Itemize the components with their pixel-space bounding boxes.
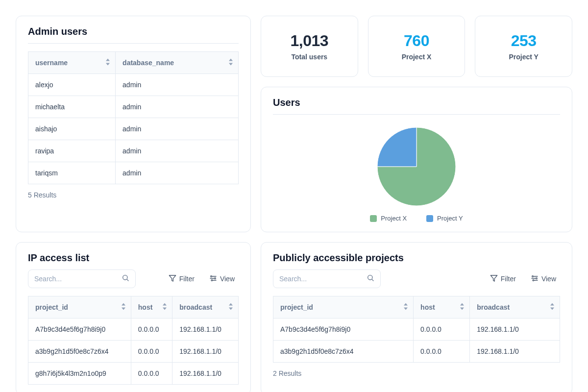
cell-host: 0.0.0.0 — [131, 318, 172, 341]
cell-database-name: admin — [116, 118, 239, 140]
col-project-id[interactable]: project_id — [28, 296, 131, 318]
search-icon — [122, 274, 129, 284]
public-view-button[interactable]: View — [527, 271, 560, 287]
stat-total-users: 1,013 Total users — [261, 16, 358, 77]
ip-filter-button[interactable]: Filter — [165, 271, 198, 287]
svg-point-15 — [532, 275, 534, 277]
ip-access-table: project_id host broadcast A7b9c3d4e5f6g7 — [28, 296, 239, 385]
public-filter-label: Filter — [501, 275, 516, 283]
ip-access-title: IP access list — [28, 252, 239, 264]
table-row[interactable]: alexjo admin — [28, 74, 239, 96]
col-project-id[interactable]: project_id — [273, 296, 414, 318]
public-search-input[interactable] — [279, 275, 367, 283]
col-broadcast[interactable]: broadcast — [470, 296, 560, 318]
public-projects-card: Publicly accessible projects Filter View — [261, 242, 572, 392]
divider — [28, 43, 239, 44]
cell-database-name: admin — [116, 140, 239, 162]
cell-broadcast: 192.168.1.1/0 — [172, 318, 239, 341]
sliders-icon — [209, 274, 217, 284]
col-username[interactable]: username — [28, 52, 116, 74]
svg-marker-2 — [169, 275, 175, 281]
chart-legend: Project X Project Y — [273, 215, 560, 222]
col-host-label: host — [420, 303, 435, 311]
ip-search-input[interactable] — [34, 275, 122, 283]
sort-icon — [105, 59, 110, 67]
cell-username: aishajo — [28, 118, 116, 140]
ip-filter-label: Filter — [179, 275, 195, 283]
divider — [273, 114, 560, 115]
col-username-label: username — [35, 59, 68, 67]
stat-project-x: 760 Project X — [368, 16, 466, 77]
legend-project-x: Project X — [370, 215, 407, 222]
col-host[interactable]: host — [131, 296, 172, 318]
table-row[interactable]: A7b9c3d4e5f6g7h8i9j0 0.0.0.0 192.168.1.1… — [273, 318, 560, 341]
stat-project-x-label: Project X — [376, 53, 457, 61]
svg-line-1 — [127, 279, 128, 281]
users-chart-card: Users Project X Project Y — [261, 87, 572, 232]
cell-username: tariqsm — [28, 162, 116, 184]
sort-icon — [550, 303, 555, 312]
public-projects-results: 2 Results — [273, 369, 560, 377]
public-filter-button[interactable]: Filter — [486, 271, 520, 287]
stat-total-value: 1,013 — [269, 32, 350, 50]
sliders-icon — [531, 274, 539, 284]
ip-search-box[interactable] — [28, 270, 136, 288]
table-row[interactable]: a3b9g2h1d5f0e8c7z6x4 0.0.0.0 192.168.1.1… — [273, 341, 560, 363]
col-broadcast-label: broadcast — [477, 303, 510, 311]
col-broadcast-label: broadcast — [179, 303, 212, 311]
sort-icon — [403, 303, 408, 312]
cell-host: 0.0.0.0 — [131, 363, 172, 385]
table-row[interactable]: ravipa admin — [28, 140, 239, 162]
public-view-label: View — [541, 275, 556, 283]
cell-project-id: A7b9c3d4e5f6g7h8i9j0 — [273, 318, 414, 341]
table-row[interactable]: tariqsm admin — [28, 162, 239, 184]
col-project-id-label: project_id — [280, 303, 313, 311]
table-row[interactable]: aishajo admin — [28, 118, 239, 140]
public-projects-title: Publicly accessible projects — [273, 252, 560, 264]
legend-swatch-icon — [426, 215, 433, 222]
cell-broadcast: 192.168.1.1/0 — [172, 341, 239, 363]
stat-total-label: Total users — [269, 53, 350, 61]
sort-icon — [228, 59, 233, 67]
stat-project-y-value: 253 — [483, 32, 564, 50]
cell-broadcast: 192.168.1.1/0 — [470, 341, 560, 363]
cell-project-id: A7b9c3d4e5f6g7h8i9j0 — [28, 318, 131, 341]
table-row[interactable]: g8h7i6j5k4l3m2n1o0p9 0.0.0.0 192.168.1.1… — [28, 363, 239, 385]
svg-marker-11 — [490, 275, 497, 281]
users-chart-title: Users — [273, 97, 560, 108]
cell-broadcast: 192.168.1.1/0 — [470, 318, 560, 341]
table-row[interactable]: michaelta admin — [28, 96, 239, 118]
legend-project-x-label: Project X — [381, 215, 407, 222]
public-search-box[interactable] — [273, 270, 381, 288]
col-database-name[interactable]: database_name — [116, 52, 239, 74]
cell-host: 0.0.0.0 — [414, 318, 470, 341]
cell-host: 0.0.0.0 — [414, 341, 470, 363]
cell-username: ravipa — [28, 140, 116, 162]
col-host[interactable]: host — [414, 296, 470, 318]
svg-point-8 — [211, 279, 213, 281]
admin-users-title: Admin users — [28, 26, 239, 37]
admin-users-card: Admin users username database_name — [16, 16, 251, 232]
admin-users-results: 5 Results — [28, 191, 239, 199]
admin-users-table: username database_name alexjo — [28, 51, 239, 184]
cell-host: 0.0.0.0 — [131, 341, 172, 363]
ip-access-card: IP access list Filter View — [16, 242, 251, 392]
cell-project-id: a3b9g2h1d5f0e8c7z6x4 — [273, 341, 414, 363]
col-host-label: host — [138, 303, 153, 311]
legend-swatch-icon — [370, 215, 377, 222]
stat-project-y: 253 Project Y — [475, 16, 572, 77]
col-database-name-label: database_name — [122, 59, 174, 67]
public-projects-table: project_id host broadcast A7b9c3d4e5f6g7 — [273, 296, 560, 363]
svg-point-7 — [215, 277, 216, 279]
table-row[interactable]: A7b9c3d4e5f6g7h8i9j0 0.0.0.0 192.168.1.1… — [28, 318, 239, 341]
stat-project-y-label: Project Y — [483, 53, 564, 61]
cell-username: michaelta — [28, 96, 116, 118]
ip-view-button[interactable]: View — [205, 271, 239, 287]
col-broadcast[interactable]: broadcast — [172, 296, 239, 318]
table-row[interactable]: a3b9g2h1d5f0e8c7z6x4 0.0.0.0 192.168.1.1… — [28, 341, 239, 363]
col-project-id-label: project_id — [35, 303, 68, 311]
filter-icon — [490, 274, 498, 284]
search-icon — [367, 274, 374, 284]
svg-point-6 — [211, 275, 212, 277]
ip-view-label: View — [220, 275, 235, 283]
